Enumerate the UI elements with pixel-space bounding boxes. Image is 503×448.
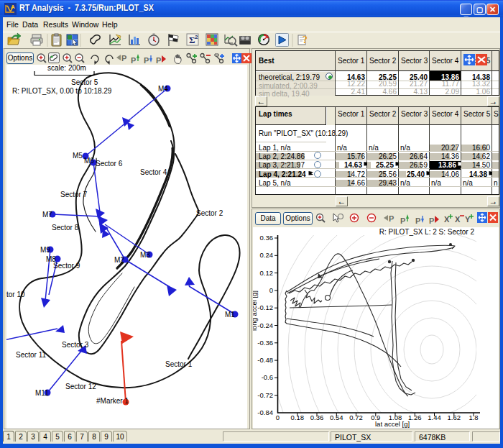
svg-text:lat accel [g]: lat accel [g] xyxy=(375,420,410,428)
svg-text:long accel [g]: long accel [g] xyxy=(253,291,258,331)
svg-text:Sector 6: Sector 6 xyxy=(96,160,123,168)
svg-text:P: P xyxy=(131,56,136,65)
svg-text:0: 0 xyxy=(269,286,273,294)
svg-text:M6: M6 xyxy=(84,157,94,165)
svg-text:tor 10: tor 10 xyxy=(6,291,25,298)
svg-text:Sector 4: Sector 4 xyxy=(140,168,167,176)
svg-text:Sector 11: Sector 11 xyxy=(16,351,46,359)
svg-text:P: P xyxy=(429,216,434,225)
svg-text:-0.12: -0.12 xyxy=(257,303,273,311)
svg-text:P: P xyxy=(156,56,161,65)
svg-text:M1: M1 xyxy=(225,311,235,319)
svg-text:M3: M3 xyxy=(140,251,150,259)
svg-text:A: A xyxy=(11,4,15,10)
svg-text:P: P xyxy=(400,216,405,225)
svg-text:M11: M11 xyxy=(35,389,49,397)
svg-text:M7: M7 xyxy=(42,211,52,219)
svg-text:Sector 5: Sector 5 xyxy=(71,78,98,86)
svg-text:1.8: 1.8 xyxy=(469,413,478,421)
svg-text:Sector 1: Sector 1 xyxy=(165,360,193,368)
svg-text:-0.84: -0.84 xyxy=(257,408,273,416)
svg-text:P: P xyxy=(121,54,126,63)
svg-text:-0.24: -0.24 xyxy=(257,321,273,329)
svg-text:Sector 12: Sector 12 xyxy=(65,383,96,390)
svg-text:M9: M9 xyxy=(40,246,50,254)
svg-text:Sector 9: Sector 9 xyxy=(53,262,80,270)
svg-text:scale: 200m: scale: 200m xyxy=(47,65,86,72)
svg-text:2: 2 xyxy=(195,34,198,40)
svg-text:0.12: 0.12 xyxy=(260,269,274,277)
svg-text:X: X xyxy=(455,215,461,224)
svg-text:0.18: 0.18 xyxy=(291,413,305,421)
svg-text:?: ? xyxy=(303,35,308,45)
svg-text:M5: M5 xyxy=(73,152,83,160)
svg-text:-0.72: -0.72 xyxy=(257,391,273,399)
svg-text:P: P xyxy=(389,214,394,223)
svg-text:Sector 8: Sector 8 xyxy=(52,224,79,232)
svg-text:-0.48: -0.48 xyxy=(257,356,273,364)
svg-text:Sector 2: Sector 2 xyxy=(196,209,223,217)
svg-text:0.36: 0.36 xyxy=(260,234,274,242)
svg-text:#Marker 1: #Marker 1 xyxy=(96,397,129,405)
svg-text:1.26: 1.26 xyxy=(408,413,422,421)
svg-text:1.44: 1.44 xyxy=(428,413,441,421)
svg-text:P: P xyxy=(144,56,149,65)
svg-text:M2: M2 xyxy=(114,256,124,264)
svg-text:P: P xyxy=(415,216,420,225)
svg-text:0.72: 0.72 xyxy=(349,413,363,421)
svg-text:-0.6: -0.6 xyxy=(262,373,273,381)
svg-text:Sector 7: Sector 7 xyxy=(60,191,88,198)
svg-text:M8: M8 xyxy=(46,255,56,263)
svg-text:-0.36: -0.36 xyxy=(257,339,273,347)
svg-text:R: PILOT_SX, 0.00 to 10:18.29: R: PILOT_SX, 0.00 to 10:18.29 xyxy=(12,87,112,95)
svg-text:0.36: 0.36 xyxy=(310,413,324,421)
svg-text:M4: M4 xyxy=(158,85,168,93)
svg-text:0.24: 0.24 xyxy=(260,251,274,259)
svg-text:0.54: 0.54 xyxy=(330,413,343,421)
svg-text:1.62: 1.62 xyxy=(448,413,461,421)
svg-text:0: 0 xyxy=(276,413,280,421)
svg-text:Sector 3: Sector 3 xyxy=(62,341,89,349)
